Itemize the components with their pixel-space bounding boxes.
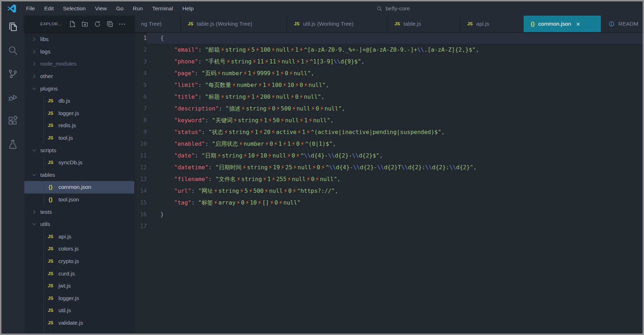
- search-icon: [376, 6, 382, 12]
- js-file-icon: JS: [47, 308, 55, 313]
- source-control-icon[interactable]: [7, 68, 18, 79]
- tree-item-colors-js[interactable]: JScolors.js: [24, 243, 134, 255]
- testing-icon[interactable]: [7, 139, 18, 150]
- run-debug-icon[interactable]: [7, 92, 18, 103]
- code-text: }: [160, 208, 643, 220]
- tree-item-other[interactable]: other: [24, 70, 134, 83]
- indent-guide: [43, 243, 44, 255]
- line-number: 10: [135, 138, 147, 150]
- code-line-15[interactable]: 15 "tag": "标签⚡array⚡0⚡10⚡[]⚡0⚡null": [135, 197, 643, 208]
- collapse-editors-icon[interactable]: [106, 20, 114, 28]
- tree-item-plugins[interactable]: plugins: [24, 82, 134, 95]
- code-line-10[interactable]: 10 "enabled": "启用状态⚡number⚡0⚡1⚡1⚡0⚡^(0|1…: [135, 138, 643, 150]
- tree-item-label: crypto.js: [58, 258, 79, 264]
- tree-item-syncdb-js[interactable]: JSsyncDb.js: [24, 156, 134, 169]
- code-text: "phone": "手机号⚡string⚡11⚡11⚡null⚡1⚡^1[3-9…: [160, 56, 643, 67]
- new-folder-icon[interactable]: [81, 20, 89, 28]
- tree-item-curd-js[interactable]: JScurd.js: [24, 267, 134, 280]
- code-line-17[interactable]: 17: [135, 220, 643, 232]
- code-line-11[interactable]: 11 "date": "日期⚡string⚡10⚡10⚡null⚡0⚡^\\d{…: [135, 150, 643, 161]
- tree-item-tables[interactable]: tables: [24, 169, 134, 181]
- code-line-6[interactable]: 6 "title": "标题⚡string⚡1⚡200⚡null⚡0⚡null"…: [135, 91, 643, 103]
- tree-item-tool-js[interactable]: JStool.js: [24, 132, 134, 144]
- js-file-icon: JS: [47, 259, 55, 264]
- tree-item-util-js[interactable]: JSutil.js: [24, 304, 134, 317]
- code-area: "title": "标题⚡string⚡1⚡200⚡null⚡0⚡null",: [147, 91, 643, 103]
- close-icon[interactable]: ×: [576, 21, 580, 27]
- code-text: "title": "标题⚡string⚡1⚡200⚡null⚡0⚡null",: [160, 91, 643, 103]
- code-line-14[interactable]: 14 "url": "网址⚡string⚡5⚡500⚡null⚡0⚡^https…: [135, 185, 643, 197]
- menu-run[interactable]: Run: [128, 1, 147, 16]
- tree-item-logs[interactable]: logs: [24, 46, 134, 58]
- tree-item-redis-js[interactable]: JSredis.js: [24, 119, 134, 132]
- menu-bar: FileEditSelectionViewGoRunTerminalHelp: [21, 1, 198, 16]
- refresh-icon[interactable]: [94, 20, 101, 28]
- info-icon: [608, 21, 615, 27]
- tree-item-validate-js[interactable]: JSvalidate.js: [24, 317, 134, 329]
- code-line-4[interactable]: 4 "page": "页码⚡number⚡1⚡9999⚡1⚡0⚡null",: [135, 67, 643, 79]
- titlebar-search[interactable]: befly-core: [376, 1, 410, 16]
- code-line-1[interactable]: 1{: [135, 32, 643, 44]
- menu-edit[interactable]: Edit: [40, 1, 58, 16]
- code-line-16[interactable]: 16}: [135, 208, 643, 220]
- menu-go[interactable]: Go: [112, 1, 128, 16]
- tree-item-label: jwt.js: [58, 283, 71, 289]
- code-line-13[interactable]: 13 "filename": "文件名⚡string⚡1⚡255⚡null⚡0⚡…: [135, 173, 643, 185]
- code-line-8[interactable]: 8 "keyword": "关键词⚡string⚡1⚡50⚡null⚡1⚡nul…: [135, 114, 643, 126]
- code-line-2[interactable]: 2 "email": "邮箱⚡string⚡5⚡100⚡null⚡1⚡^[a-z…: [135, 44, 643, 56]
- tree-item-tool-json[interactable]: {}tool.json: [24, 194, 134, 206]
- code-line-3[interactable]: 3 "phone": "手机号⚡string⚡11⚡11⚡null⚡1⚡^1[3…: [135, 56, 643, 67]
- indent-guide: [43, 292, 44, 304]
- more-actions-icon[interactable]: ···: [119, 20, 126, 28]
- menu-view[interactable]: View: [90, 1, 111, 16]
- tree-item-logger-js[interactable]: JSlogger.js: [24, 292, 134, 304]
- menu-file[interactable]: File: [21, 1, 40, 16]
- menu-terminal[interactable]: Terminal: [148, 1, 178, 16]
- tree-item-api-js[interactable]: JSapi.js: [24, 231, 134, 243]
- code-text: "url": "网址⚡string⚡5⚡500⚡null⚡0⚡^https?:/…: [160, 185, 643, 197]
- code-line-7[interactable]: 7 "description": "描述⚡string⚡0⚡500⚡null⚡0…: [135, 103, 643, 114]
- new-file-icon[interactable]: [69, 20, 76, 28]
- tree-item-common-json[interactable]: {}common.json: [24, 181, 134, 194]
- tab-common-json[interactable]: {}common.json×: [524, 16, 601, 32]
- explorer-icon[interactable]: [7, 21, 18, 32]
- tree-item-label: node_modules: [40, 61, 77, 67]
- tree-item-logger-js[interactable]: JSlogger.js: [24, 107, 134, 120]
- tab-ng-tree[interactable]: ng Tree): [135, 16, 181, 32]
- tree-item-label: db.js: [58, 98, 70, 104]
- tree-item-scripts[interactable]: scripts: [24, 144, 134, 156]
- tree-item-tests[interactable]: tests: [24, 206, 134, 218]
- code-line-9[interactable]: 9 "status": "状态⚡string⚡1⚡20⚡active⚡1⚡^(a…: [135, 126, 643, 138]
- menu-help[interactable]: Help: [178, 1, 199, 16]
- search-icon[interactable]: [7, 45, 18, 56]
- js-file-icon: JS: [467, 21, 473, 26]
- line-number: 3: [135, 56, 147, 67]
- tree-item-node-modules[interactable]: node_modules: [24, 58, 134, 70]
- tree-item-utils[interactable]: utils: [24, 218, 134, 231]
- line-number: 4: [135, 67, 147, 79]
- line-number: 1: [135, 32, 147, 44]
- code-line-12[interactable]: 12 "datetime": "日期时间⚡string⚡19⚡25⚡null⚡0…: [135, 161, 643, 173]
- code-text: "filename": "文件名⚡string⚡1⚡255⚡null⚡0⚡nul…: [160, 173, 643, 185]
- tree-item-crypto-js[interactable]: JScrypto.js: [24, 255, 134, 268]
- tab-table-js-working-tree[interactable]: JStable.js (Working Tree): [181, 16, 287, 32]
- tab-label: common.json: [538, 21, 571, 27]
- tab-util-js-working-tree[interactable]: JSutil.js (Working Tree): [287, 16, 387, 32]
- file-tree: libslogsnode_modulesotherpluginsJSdb.jsJ…: [24, 32, 134, 334]
- tree-item-db-js[interactable]: JSdb.js: [24, 95, 134, 107]
- tab-table-js[interactable]: JStable.js: [387, 16, 460, 32]
- tree-item-item[interactable]: ⚙: [24, 329, 134, 334]
- tab-api-js[interactable]: JSapi.js: [460, 16, 524, 32]
- tab-label: util.js (Working Tree): [303, 21, 354, 27]
- code-editor[interactable]: 1{2 "email": "邮箱⚡string⚡5⚡100⚡null⚡1⚡^[a…: [135, 32, 643, 334]
- extensions-icon[interactable]: [7, 115, 18, 126]
- js-file-icon: JS: [47, 111, 55, 116]
- code-line-5[interactable]: 5 "limit": "每页数量⚡number⚡1⚡100⚡10⚡0⚡null"…: [135, 79, 643, 91]
- tree-item-label: logs: [40, 48, 50, 55]
- tab-readm[interactable]: READM: [601, 16, 643, 32]
- menu-selection[interactable]: Selection: [58, 1, 91, 16]
- tree-item-libs[interactable]: libs: [24, 33, 134, 46]
- line-number: 14: [135, 185, 147, 197]
- tree-item-jwt-js[interactable]: JSjwt.js: [24, 280, 134, 292]
- code-text: "page": "页码⚡number⚡1⚡9999⚡1⚡0⚡null",: [160, 67, 643, 79]
